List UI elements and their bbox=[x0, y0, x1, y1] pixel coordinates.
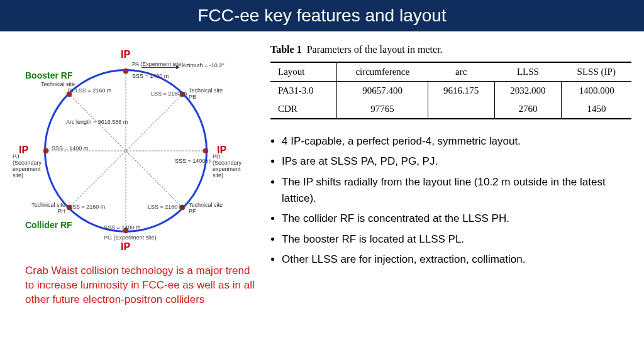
arc-length-label: Arc length = 9616.586 m bbox=[66, 119, 128, 126]
node-pa bbox=[123, 69, 129, 74]
pf-label: Technical site PF bbox=[189, 202, 223, 215]
table-row: PA31-3.0 90657.400 9616.175 2032.000 140… bbox=[270, 82, 631, 101]
pl-label: Technical site PL bbox=[41, 82, 75, 94]
table-caption-text: Parameters of the layout in meter. bbox=[307, 44, 443, 55]
pa-label: PA (Experiment site) bbox=[132, 62, 183, 68]
table-caption: Table 1 Parameters of the layout in mete… bbox=[270, 44, 631, 55]
table-row: CDR 97765 2760 1450 bbox=[270, 100, 631, 119]
table-header-row: Layout circumference arc LLSS SLSS (IP) bbox=[270, 62, 631, 82]
sss-pd-label: SSS = 1400 m bbox=[175, 158, 211, 165]
title-bar: FCC-ee key features and layout bbox=[0, 0, 644, 31]
th-llss: LLSS bbox=[494, 62, 561, 82]
sss-pa-label: SSS = 1400 m bbox=[132, 74, 169, 80]
content: IP IP IP IP Booster RF Collider RF Azimu… bbox=[0, 31, 644, 314]
list-item: Other LLSS are for injection, extraction… bbox=[282, 251, 631, 268]
list-item: 4 IP-capable, a perfect period-4, symmet… bbox=[282, 133, 631, 150]
pb-label: Technical site PB bbox=[189, 88, 223, 101]
lss-pl-label: LSS = 2160 m bbox=[75, 88, 111, 94]
list-item: IPs are at SLSS PA, PD, PG, PJ. bbox=[282, 153, 631, 170]
page-title: FCC-ee key features and layout bbox=[197, 6, 446, 26]
bullet-list: 4 IP-capable, a perfect period-4, symmet… bbox=[270, 133, 631, 268]
th-layout: Layout bbox=[270, 62, 337, 82]
ip-label-bottom: IP bbox=[121, 241, 130, 253]
sss-pj-label: SSS = 1400 m bbox=[52, 146, 88, 152]
ip-label-top: IP bbox=[121, 49, 130, 60]
azimuth-label: Azimuth = -10.2° bbox=[182, 63, 225, 69]
left-column: IP IP IP IP Booster RF Collider RF Azimu… bbox=[6, 38, 258, 307]
node-pj bbox=[43, 148, 49, 154]
list-item: The IP shifts radially from the layout l… bbox=[282, 174, 631, 207]
th-circum: circumference bbox=[337, 62, 428, 82]
pg-label: PG (Experiment site) bbox=[104, 235, 157, 241]
list-item: The booster RF is located at LLSS PL. bbox=[282, 231, 631, 248]
lss-ph-label: LSS = 2160 m bbox=[69, 204, 105, 211]
lss-pf-label: LSS = 2160 m bbox=[148, 204, 184, 211]
booster-rf-label: Booster RF bbox=[25, 70, 72, 80]
table-caption-label: Table 1 bbox=[270, 44, 302, 55]
collider-rf-label: Collider RF bbox=[25, 220, 72, 230]
crab-waist-note: Crab Waist collision technology is a maj… bbox=[6, 264, 258, 307]
ph-label: Technical site PH bbox=[31, 202, 65, 215]
sss-pg-label: SSS = 1400 m bbox=[104, 225, 140, 231]
th-arc: arc bbox=[428, 62, 494, 82]
pj-label: PJ (Secondary experiment site) bbox=[13, 154, 42, 179]
pd-label: PD (Secondary experiment site) bbox=[213, 154, 242, 179]
right-column: Table 1 Parameters of the layout in mete… bbox=[270, 38, 631, 307]
list-item: The collider RF is concentrated at the L… bbox=[282, 211, 631, 227]
lss-pb-label: LSS = 2160 m bbox=[151, 91, 187, 97]
node-pd bbox=[203, 148, 209, 154]
ring-diagram: IP IP IP IP Booster RF Collider RF Azimu… bbox=[6, 38, 245, 258]
params-table: Layout circumference arc LLSS SLSS (IP) … bbox=[270, 62, 631, 119]
th-slss: SLSS (IP) bbox=[562, 62, 632, 82]
